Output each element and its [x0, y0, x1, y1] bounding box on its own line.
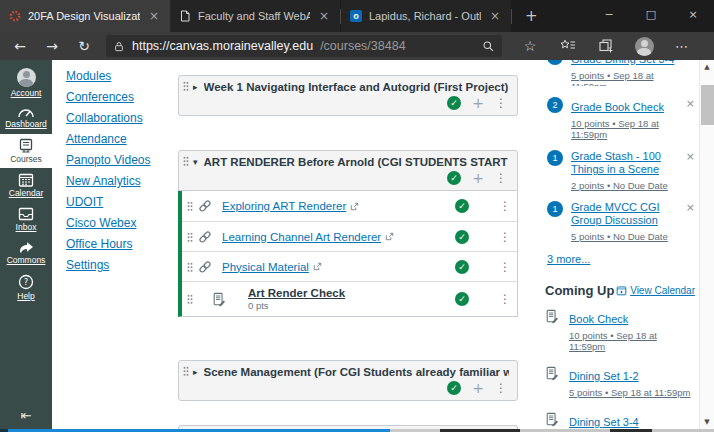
drag-handle-icon[interactable] [183, 156, 189, 166]
item-options-kebab-icon[interactable]: ⋮ [499, 199, 509, 213]
item-options-kebab-icon[interactable]: ⋮ [499, 260, 509, 274]
published-check-icon[interactable]: ✓ [455, 260, 469, 274]
tab-canvas[interactable]: 20FA Design Visualization × [0, 0, 170, 32]
profile-button[interactable] [634, 36, 654, 56]
todo-link[interactable]: Grade Stash - 100 Things in a Scene [571, 150, 679, 176]
view-calendar-link[interactable]: View Calendar [616, 285, 695, 296]
published-check-icon[interactable]: ✓ [455, 292, 469, 306]
collapse-caret-icon[interactable]: ▸ [193, 367, 198, 377]
link-icon [198, 199, 212, 213]
course-nav-panopto-videos[interactable]: Panopto Videos [66, 154, 178, 166]
coming-up-link[interactable]: Dining Set 3-4 [569, 416, 639, 428]
scroll-up-icon[interactable]: ▲ [700, 63, 714, 71]
course-nav-new-analytics[interactable]: New Analytics [66, 175, 178, 187]
published-check-icon[interactable]: ✓ [447, 381, 461, 395]
drag-handle-icon[interactable] [187, 232, 193, 242]
published-check-icon[interactable]: ✓ [455, 230, 469, 244]
link-icon [198, 260, 212, 274]
module-item-link[interactable]: Learning Channel Art Renderer [222, 231, 381, 243]
module-item-physical-material: Physical Material ✓ ⋮ [182, 251, 517, 281]
scrollbar-thumb[interactable] [701, 85, 714, 125]
sidebar-item-calendar[interactable]: Calendar [0, 168, 52, 202]
module-item-link[interactable]: Physical Material [222, 261, 309, 273]
published-check-icon[interactable]: ✓ [447, 171, 461, 185]
sidebar-item-help[interactable]: ? Help [0, 270, 52, 304]
sidebar-item-courses[interactable]: Courses [0, 134, 52, 168]
refresh-button[interactable]: ↻ [72, 32, 96, 60]
add-item-button[interactable]: + [471, 381, 485, 395]
drag-handle-icon[interactable] [187, 201, 193, 211]
collapse-nav-button[interactable]: ⇤ [0, 408, 52, 423]
sidebar-item-account[interactable]: Account [0, 66, 52, 100]
drag-handle-icon[interactable] [183, 81, 189, 91]
back-button[interactable]: ← [8, 32, 32, 60]
sidebar-item-dashboard[interactable]: Dashboard [0, 100, 52, 134]
collapse-caret-icon[interactable]: ▾ [193, 157, 198, 167]
published-check-icon[interactable]: ✓ [455, 199, 469, 213]
course-nav-office-hours[interactable]: Office Hours [66, 238, 178, 250]
course-nav-settings[interactable]: Settings [66, 259, 178, 271]
published-check-icon[interactable]: ✓ [447, 96, 461, 110]
course-nav-cisco-webex[interactable]: Cisco Webex [66, 217, 178, 229]
settings-menu-button[interactable]: ⋯ [672, 36, 692, 56]
window-controls: ─ □ × [588, 0, 714, 32]
forward-button[interactable]: → [40, 32, 64, 60]
add-favorite-button[interactable]: ☆ [520, 36, 540, 56]
tab-webadvisor[interactable]: Faculty and Staff WebAdvi × [170, 0, 340, 32]
drag-handle-icon[interactable] [183, 366, 189, 376]
collapse-caret-icon[interactable]: ▸ [193, 82, 198, 92]
module-options-kebab-icon[interactable]: ⋮ [495, 171, 505, 185]
sidebar-item-label: Calendar [9, 188, 44, 198]
coming-up-item: Dining Set 1-2 5 points • Sep 18 at 11:5… [545, 359, 695, 405]
course-nav-modules[interactable]: Modules [66, 70, 178, 82]
todo-link[interactable]: Grade MVCC CGI Group Discussion [571, 201, 679, 227]
new-tab-button[interactable]: + [512, 0, 551, 32]
lock-icon [113, 40, 125, 53]
add-item-button[interactable]: + [471, 96, 485, 110]
todo-meta: 10 points • Sep 18 at 11:59pm [571, 118, 679, 140]
coming-up-meta: 10 points • Sep 18 at 11:59pm [569, 330, 695, 352]
browser-toolbar: ← → ↻ https://canvas.morainevalley.edu /… [0, 32, 714, 60]
scroll-down-icon[interactable]: ▼ [700, 418, 714, 426]
course-nav-attendance[interactable]: Attendance [66, 133, 178, 145]
course-nav-udoit[interactable]: UDOIT [66, 196, 178, 208]
sidebar-item-commons[interactable]: Commons [0, 236, 52, 270]
maximize-button[interactable]: □ [630, 0, 672, 32]
drag-handle-icon[interactable] [187, 294, 193, 304]
drag-handle-icon[interactable] [187, 262, 193, 272]
module-item-link[interactable]: Exploring ART Renderer [222, 200, 346, 212]
item-options-kebab-icon[interactable]: ⋮ [499, 230, 509, 244]
collections-button[interactable] [596, 36, 616, 56]
coming-up-link[interactable]: Dining Set 1-2 [569, 370, 639, 382]
tab-outlook[interactable]: o Lapidus, Richard - Outloo × [341, 0, 511, 32]
item-options-kebab-icon[interactable]: ⋮ [499, 292, 509, 306]
dismiss-todo-icon[interactable]: × [686, 201, 695, 214]
todo-more-link[interactable]: 3 more... [547, 253, 590, 265]
dismiss-todo-icon[interactable]: × [686, 150, 695, 163]
address-bar[interactable]: https://canvas.morainevalley.edu /course… [106, 35, 502, 57]
todo-count-badge: 1 [547, 201, 563, 217]
page-scrollbar[interactable]: ▲ ▼ [699, 60, 714, 429]
dismiss-todo-icon[interactable]: × [686, 97, 695, 110]
assignment-link[interactable]: Art Render Check [248, 287, 345, 299]
close-window-button[interactable]: × [672, 0, 714, 32]
module-art-renderer: ▾ ART RENDERER Before Arnold (CGI STUDEN… [178, 150, 518, 317]
search-icon[interactable] [482, 40, 495, 53]
module-options-kebab-icon[interactable]: ⋮ [495, 381, 505, 395]
course-nav-collaborations[interactable]: Collaborations [66, 112, 178, 124]
canvas-logo-icon [9, 10, 21, 22]
favorites-hub-button[interactable] [558, 36, 578, 56]
course-nav-conferences[interactable]: Conferences [66, 91, 178, 103]
todo-link[interactable]: Grade Dining Set 3-4 [571, 60, 674, 66]
coming-up-link[interactable]: Book Check [569, 313, 628, 325]
todo-sidebar: 2 Grade Dining Set 3-4 5 points • Sep 18… [545, 60, 695, 432]
tab-close-icon[interactable]: × [147, 9, 161, 23]
tab-close-icon[interactable]: × [317, 9, 331, 23]
coming-up-header: Coming Up View Calendar [545, 283, 695, 298]
sidebar-item-inbox[interactable]: Inbox [0, 202, 52, 236]
minimize-button[interactable]: ─ [588, 0, 630, 32]
todo-link[interactable]: Grade Book Check [571, 101, 664, 114]
add-item-button[interactable]: + [471, 171, 485, 185]
tab-close-icon[interactable]: × [488, 9, 502, 23]
module-options-kebab-icon[interactable]: ⋮ [495, 96, 505, 110]
